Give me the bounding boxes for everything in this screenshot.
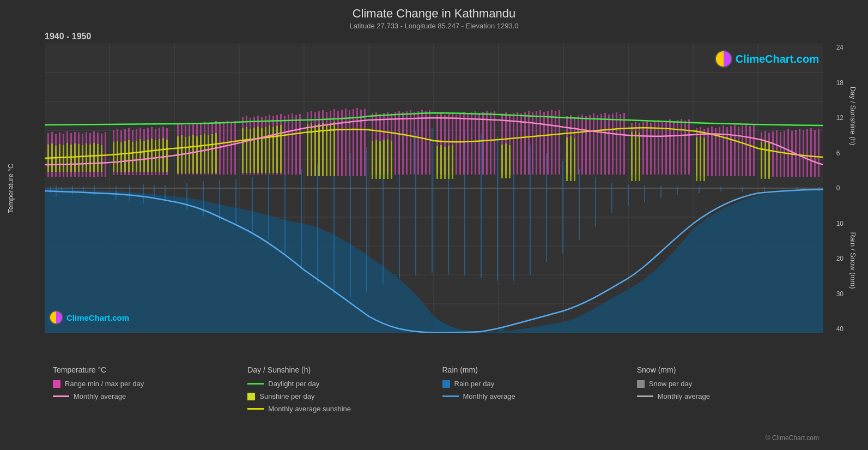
- svg-rect-282: [132, 142, 133, 172]
- svg-rect-342: [696, 137, 697, 181]
- svg-rect-210: [612, 113, 614, 175]
- copyright: © ClimeChart.com: [766, 434, 819, 442]
- svg-rect-207: [600, 114, 602, 175]
- legend-daylight-swatch: [247, 383, 264, 385]
- svg-rect-114: [223, 122, 224, 175]
- legend-rain-title: Rain (mm): [442, 365, 621, 374]
- svg-rect-33: [165, 185, 166, 200]
- legend-rain-bar-label: Rain per day: [454, 380, 495, 388]
- svg-rect-195: [551, 110, 553, 175]
- svg-rect-31: [143, 184, 144, 203]
- svg-rect-237: [723, 125, 724, 176]
- svg-rect-226: [677, 120, 678, 175]
- svg-rect-201: [578, 116, 579, 175]
- svg-rect-324: [379, 141, 381, 179]
- legend-sunshine-bar-swatch: [247, 393, 255, 400]
- legend-sunshine-avg: Monthly average sunshine: [247, 405, 426, 413]
- svg-rect-296: [192, 135, 194, 173]
- svg-rect-339: [631, 132, 633, 181]
- legend-rain-avg-swatch: [442, 395, 459, 397]
- svg-rect-341: [639, 133, 640, 181]
- svg-rect-297: [196, 136, 198, 173]
- svg-rect-252: [784, 131, 785, 177]
- svg-rect-66: [720, 187, 721, 191]
- svg-rect-217: [642, 122, 644, 175]
- svg-rect-279: [120, 142, 122, 172]
- svg-rect-345: [761, 142, 762, 179]
- svg-rect-244: [749, 126, 751, 176]
- svg-rect-229: [688, 119, 690, 175]
- svg-rect-269: [74, 143, 76, 172]
- svg-rect-274: [93, 143, 95, 172]
- svg-rect-86: [105, 132, 106, 177]
- svg-rect-240: [734, 125, 736, 176]
- svg-rect-220: [654, 122, 655, 175]
- brand-name-bottom: ClimeChart.com: [66, 313, 129, 322]
- svg-rect-115: [227, 121, 228, 175]
- svg-rect-142: [337, 111, 339, 176]
- svg-rect-347: [768, 142, 770, 179]
- svg-rect-298: [200, 135, 202, 173]
- svg-rect-212: [620, 114, 621, 175]
- svg-rect-343: [700, 136, 701, 181]
- svg-rect-117: [234, 121, 236, 175]
- svg-rect-30: [129, 185, 130, 201]
- svg-rect-312: [276, 126, 278, 173]
- svg-rect-316: [314, 125, 316, 176]
- svg-rect-233: [707, 128, 709, 176]
- svg-rect-129: [284, 116, 286, 175]
- svg-rect-271: [82, 145, 83, 172]
- svg-rect-280: [124, 141, 126, 172]
- legend-temp-range-label: Range min / max per day: [65, 380, 144, 388]
- legend-rain-avg-label: Monthly average: [463, 392, 515, 400]
- svg-rect-273: [89, 145, 91, 172]
- svg-rect-53: [497, 136, 498, 281]
- svg-rect-301: [211, 134, 213, 173]
- legend-daylight-label: Daylight per day: [268, 380, 319, 388]
- svg-rect-147: [356, 108, 358, 176]
- svg-rect-45: [366, 147, 367, 292]
- svg-rect-68: [764, 187, 765, 191]
- svg-rect-55: [530, 145, 531, 275]
- svg-rect-310: [269, 125, 270, 173]
- svg-rect-303: [242, 128, 244, 173]
- legend-temp-avg: Monthly average: [53, 392, 231, 400]
- legend-area: Temperature °C Range min / max per day M…: [45, 360, 823, 445]
- svg-rect-165: [429, 110, 430, 175]
- svg-rect-163: [421, 110, 423, 175]
- svg-rect-177: [478, 113, 480, 175]
- brand-icon-bottom: [49, 310, 63, 325]
- svg-rect-113: [219, 123, 221, 175]
- svg-rect-205: [593, 113, 594, 175]
- legend-temp-avg-label: Monthly average: [74, 392, 126, 400]
- svg-rect-185: [513, 113, 514, 175]
- legend-sunshine-avg-swatch: [247, 408, 264, 410]
- svg-rect-148: [360, 110, 362, 176]
- svg-rect-330: [444, 147, 446, 179]
- svg-rect-326: [387, 139, 389, 179]
- svg-rect-206: [597, 115, 598, 175]
- svg-rect-171: [456, 115, 457, 175]
- svg-rect-277: [113, 142, 114, 172]
- svg-rect-286: [147, 140, 149, 172]
- svg-rect-331: [448, 146, 450, 179]
- chart-container: Climate Change in Kathmandu Latitude 27.…: [0, 0, 868, 450]
- svg-rect-25: [61, 187, 62, 191]
- svg-rect-242: [742, 125, 743, 176]
- svg-rect-59: [595, 177, 596, 226]
- svg-rect-328: [436, 146, 438, 179]
- legend-rain-bar-swatch: [442, 380, 450, 388]
- legend-temperature: Temperature °C Range min / max per day M…: [45, 360, 239, 445]
- svg-rect-338: [574, 138, 575, 181]
- svg-rect-162: [417, 111, 419, 175]
- svg-rect-156: [394, 112, 396, 175]
- svg-rect-202: [581, 115, 583, 175]
- svg-rect-323: [375, 140, 377, 179]
- svg-rect-261: [818, 129, 820, 177]
- svg-rect-222: [661, 122, 663, 175]
- svg-rect-270: [78, 144, 80, 172]
- svg-rect-63: [660, 186, 661, 198]
- svg-rect-290: [162, 138, 164, 172]
- svg-rect-175: [471, 112, 472, 175]
- svg-rect-161: [414, 112, 415, 175]
